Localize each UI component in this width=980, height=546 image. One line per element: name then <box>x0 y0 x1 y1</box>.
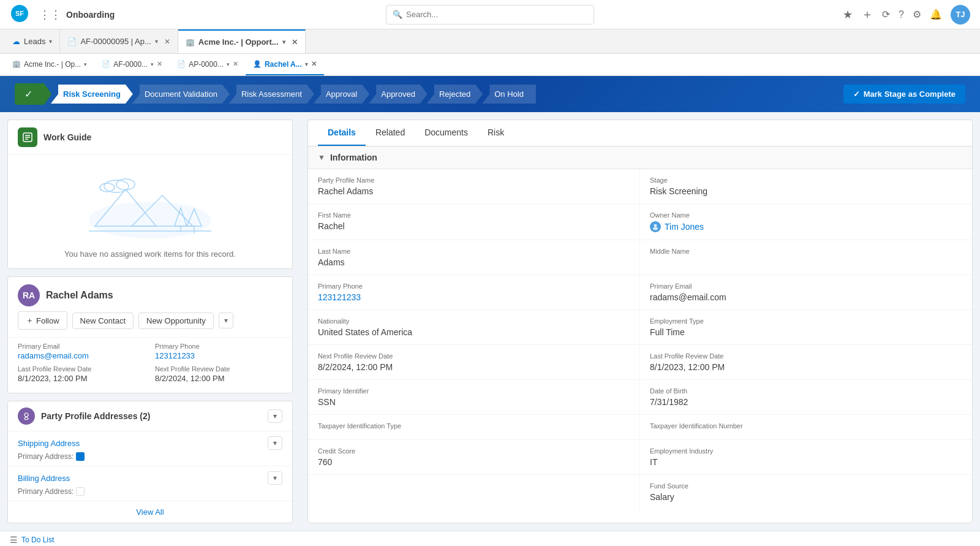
left-panel: Work Guide <box>0 112 300 531</box>
subtab-acme-dropdown[interactable]: ▾ <box>84 61 87 67</box>
contact-next-review-label: Next Profile Review Date <box>155 365 282 373</box>
refresh-icon[interactable]: ⟳ <box>882 9 890 20</box>
stage-risk-assessment[interactable]: Risk Assessment <box>229 85 314 104</box>
stage-rejected[interactable]: Rejected <box>427 85 483 104</box>
tab-documents[interactable]: Documents <box>415 120 478 146</box>
field-stage-label: Stage <box>650 176 962 184</box>
field-date-of-birth: Date of Birth 7/31/1982 ✎ <box>640 380 972 415</box>
tab-acme[interactable]: 🏢 Acme Inc.- | Opport... ▾ ✕ <box>178 29 306 53</box>
billing-address-title[interactable]: Billing Address <box>18 474 70 483</box>
field-owner-name-value[interactable]: Tim Jones <box>665 222 704 232</box>
contact-phone-item: Primary Phone 123121233 <box>155 343 282 360</box>
detail-tabs: Details Related Documents Risk <box>308 120 972 146</box>
view-all-button[interactable]: View All <box>8 501 292 523</box>
subtab-ap-dropdown[interactable]: ▾ <box>227 61 230 67</box>
contact-avatar: RA <box>18 284 40 306</box>
stage-approval[interactable]: Approval <box>314 85 369 104</box>
tab-risk-label: Risk <box>488 127 504 137</box>
tab-leads-label: Leads <box>24 37 45 46</box>
notifications-icon[interactable]: 🔔 <box>930 9 942 20</box>
subtab-ap-close[interactable]: ✕ <box>233 60 238 68</box>
settings-icon[interactable]: ⚙ <box>913 9 921 20</box>
subtab-af-close[interactable]: ✕ <box>157 60 162 68</box>
field-owner-name-label: Owner Name <box>650 211 962 219</box>
field-middle-name: Middle Name ✎ <box>640 240 972 275</box>
contact-email-value: radams@email.com <box>18 351 89 360</box>
field-last-name: Last Name Adams ✎ <box>308 240 640 275</box>
shipping-dropdown-button[interactable]: ▾ <box>268 436 282 450</box>
subtab-rachel[interactable]: 👤 Rachel A... ▾ ✕ <box>246 54 324 75</box>
stage-completed[interactable]: ✓ <box>15 83 51 105</box>
information-section-header[interactable]: ▼ Information <box>308 146 972 169</box>
search-input[interactable] <box>406 10 578 19</box>
field-last-review-value: 8/1/2023, 12:00 PM <box>650 362 725 372</box>
tab-leads-dropdown[interactable]: ▾ <box>49 38 52 45</box>
help-icon[interactable]: ? <box>899 9 904 20</box>
field-last-name-label: Last Name <box>318 248 630 255</box>
shipping-primary-text: Primary Address: <box>18 452 74 461</box>
field-fund-source-label: Fund Source <box>650 482 962 490</box>
mark-stage-complete-label: Mark Stage as Complete <box>864 89 956 99</box>
shipping-address-section: Shipping Address ▾ Primary Address: <box>8 431 292 466</box>
follow-button[interactable]: ＋ Follow <box>18 311 67 330</box>
shipping-primary-checkbox[interactable] <box>76 452 85 461</box>
billing-dropdown-button[interactable]: ▾ <box>268 471 282 485</box>
field-employment-industry-value: IT <box>650 457 657 467</box>
shipping-address-title[interactable]: Shipping Address <box>18 439 80 448</box>
grid-icon[interactable]: ⋮⋮ <box>39 8 61 21</box>
contact-card-header: RA Rachel Adams <box>8 277 292 311</box>
tab-acme-dropdown[interactable]: ▾ <box>282 39 285 45</box>
todo-label[interactable]: To Do List <box>21 536 54 544</box>
subtab-af-dropdown[interactable]: ▾ <box>151 61 154 67</box>
mark-stage-complete-button[interactable]: ✓ Mark Stage as Complete <box>843 85 965 104</box>
billing-address-section: Billing Address ▾ Primary Address: <box>8 466 292 501</box>
main-tab-bar: ☁ Leads ▾ 📄 AF-00000095 | Ap... ▾ ✕ 🏢 Ac… <box>0 29 980 54</box>
subtab-ap-label: AP-0000... <box>189 60 224 69</box>
addr-icon <box>18 408 35 425</box>
tab-related[interactable]: Related <box>366 120 415 146</box>
add-icon[interactable]: ＋ <box>861 6 873 23</box>
actions-dropdown-button[interactable]: ▾ <box>219 313 233 328</box>
stage-approved[interactable]: Approved <box>369 85 428 104</box>
field-taxpayer-id-type: Taxpayer Identification Type ✎ <box>308 415 640 440</box>
star-icon[interactable]: ★ <box>843 8 853 21</box>
field-primary-phone-value[interactable]: 123121233 <box>318 292 361 302</box>
user-avatar[interactable]: TJ <box>951 5 970 25</box>
tab-af[interactable]: 📄 AF-00000095 | Ap... ▾ ✕ <box>60 29 178 53</box>
field-primary-identifier: Primary Identifier SSN ✎ <box>308 380 640 415</box>
information-section: ▼ Information Party Profile Name Rachel … <box>308 146 972 509</box>
contact-last-review-value: 8/1/2023, 12:00 PM <box>18 374 87 383</box>
af-tab-icon: 📄 <box>67 37 77 46</box>
svg-point-14 <box>116 179 135 190</box>
subtab-rachel-dropdown[interactable]: ▾ <box>305 61 308 67</box>
stage-on-hold[interactable]: On Hold <box>482 85 536 104</box>
contact-actions: ＋ Follow New Contact New Opportunity ▾ <box>8 311 292 337</box>
subtab-af[interactable]: 📄 AF-0000... ▾ ✕ <box>94 54 170 75</box>
contact-next-review-item: Next Profile Review Date 8/2/2024, 12:00… <box>155 365 282 383</box>
contact-next-review-value: 8/2/2024, 12:00 PM <box>155 374 224 383</box>
stage-risk-screening[interactable]: Risk Screening <box>51 85 133 104</box>
tab-details[interactable]: Details <box>318 120 366 146</box>
work-guide-icon <box>18 127 37 147</box>
subtab-acme[interactable]: 🏢 Acme Inc.- | Op... ▾ <box>5 54 94 75</box>
field-date-of-birth-label: Date of Birth <box>650 387 962 395</box>
main-layout: Work Guide <box>0 112 980 531</box>
stage-doc-validation[interactable]: Document Validation <box>132 85 230 104</box>
tab-acme-close[interactable]: ✕ <box>292 38 298 47</box>
subtab-rachel-close[interactable]: ✕ <box>311 60 317 68</box>
app-name: Onboarding <box>66 10 115 20</box>
field-employment-industry-label: Employment Industry <box>650 447 962 455</box>
tab-af-dropdown[interactable]: ▾ <box>155 38 158 45</box>
stage-approval-label: Approval <box>326 89 357 99</box>
tab-risk[interactable]: Risk <box>478 120 514 146</box>
work-guide-card: Work Guide <box>7 119 293 269</box>
addr-dropdown-button[interactable]: ▾ <box>268 409 282 423</box>
new-contact-button[interactable]: New Contact <box>72 313 134 329</box>
tab-af-close[interactable]: ✕ <box>164 37 170 46</box>
search-bar[interactable]: 🔍 <box>386 5 594 25</box>
subtab-ap[interactable]: 📄 AP-0000... ▾ ✕ <box>170 54 246 75</box>
new-opportunity-button[interactable]: New Opportunity <box>138 313 214 329</box>
billing-primary-checkbox[interactable] <box>76 487 85 496</box>
tab-leads[interactable]: ☁ Leads ▾ <box>5 29 60 53</box>
salesforce-logo[interactable]: SF <box>10 4 29 25</box>
